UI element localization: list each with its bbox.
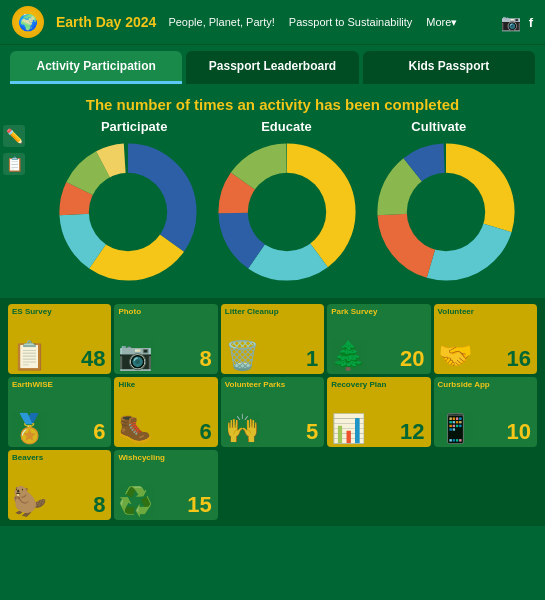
logo: 🌍 xyxy=(12,6,44,38)
activity-card: Litter Cleanup 🗑️ 1 xyxy=(221,304,324,374)
activity-card: Recovery Plan 📊 12 xyxy=(327,377,430,447)
activity-name: Hike xyxy=(118,381,135,390)
activity-count: 48 xyxy=(81,348,105,370)
activity-card: ES Survey 📋 48 xyxy=(8,304,111,374)
activity-count: 8 xyxy=(200,348,212,370)
activity-card: Volunteer Parks 🙌 5 xyxy=(221,377,324,447)
donut-educate-svg xyxy=(217,142,357,282)
donut-participate-svg xyxy=(58,142,198,282)
activity-name: Wishcycling xyxy=(118,454,165,463)
activity-name: Beavers xyxy=(12,454,43,463)
activity-count: 6 xyxy=(200,421,212,443)
activity-icon: 🏅 xyxy=(12,412,47,445)
activity-count: 5 xyxy=(306,421,318,443)
logo-icon: 🌍 xyxy=(18,13,38,32)
sidebar: ✏️ 📋 xyxy=(0,119,28,298)
activity-card: Photo 📷 8 xyxy=(114,304,217,374)
donut-educate xyxy=(217,142,357,282)
facebook-icon[interactable]: f xyxy=(529,15,533,30)
activity-name: Volunteer Parks xyxy=(225,381,285,390)
navbar: 🌍 Earth Day 2024 People, Planet, Party! … xyxy=(0,0,545,45)
activity-card: Wishcycling ♻️ 15 xyxy=(114,450,217,520)
activity-name: EarthWISE xyxy=(12,381,53,390)
activity-count: 1 xyxy=(306,348,318,370)
svg-point-21 xyxy=(406,173,484,251)
activity-card: Volunteer 🤝 16 xyxy=(434,304,537,374)
charts-section: Participate Educate Cultivate xyxy=(28,119,545,298)
activity-name: Litter Cleanup xyxy=(225,308,279,317)
activity-icon: ♻️ xyxy=(118,485,153,518)
activity-icon: 📱 xyxy=(438,412,473,445)
donut-participate xyxy=(58,142,198,282)
charts-row xyxy=(38,142,535,298)
social-icons: 📷 f xyxy=(501,13,533,32)
tab-activity-participation[interactable]: Activity Participation xyxy=(10,51,182,84)
label-cultivate: Cultivate xyxy=(363,119,515,134)
brand-name: Earth Day 2024 xyxy=(56,14,156,30)
svg-point-14 xyxy=(247,173,325,251)
activity-card: EarthWISE 🏅 6 xyxy=(8,377,111,447)
activity-count: 8 xyxy=(93,494,105,516)
activity-count: 16 xyxy=(507,348,531,370)
activity-count: 20 xyxy=(400,348,424,370)
activity-icon: 📋 xyxy=(12,339,47,372)
activity-name: Photo xyxy=(118,308,141,317)
activity-icon: 🤝 xyxy=(438,339,473,372)
activity-card: Beavers 🦫 8 xyxy=(8,450,111,520)
edit-icon[interactable]: ✏️ xyxy=(3,125,25,147)
activity-name: Park Survey xyxy=(331,308,377,317)
label-participate: Participate xyxy=(58,119,210,134)
donut-cultivate xyxy=(376,142,516,282)
activity-card: Park Survey 🌲 20 xyxy=(327,304,430,374)
activity-name: ES Survey xyxy=(12,308,52,317)
tab-passport-leaderboard[interactable]: Passport Leaderboard xyxy=(186,51,358,84)
activity-icon: 🙌 xyxy=(225,412,260,445)
main-content: ✏️ 📋 Participate Educate Cultivate xyxy=(0,119,545,298)
activity-count: 10 xyxy=(507,421,531,443)
activity-icon: 📷 xyxy=(118,339,153,372)
svg-point-7 xyxy=(88,173,166,251)
activity-count: 12 xyxy=(400,421,424,443)
nav-link-3[interactable]: More▾ xyxy=(426,16,457,29)
activity-name: Recovery Plan xyxy=(331,381,386,390)
instagram-icon[interactable]: 📷 xyxy=(501,13,521,32)
activity-icon: 🌲 xyxy=(331,339,366,372)
activity-count: 6 xyxy=(93,421,105,443)
activity-icon: 🦫 xyxy=(12,485,47,518)
activity-card: Hike 🥾 6 xyxy=(114,377,217,447)
label-educate: Educate xyxy=(210,119,362,134)
tab-kids-passport[interactable]: Kids Passport xyxy=(363,51,535,84)
donut-cultivate-svg xyxy=(376,142,516,282)
activity-name: Curbside App xyxy=(438,381,490,390)
activity-card: Curbside App 📱 10 xyxy=(434,377,537,447)
activity-icon: 🥾 xyxy=(118,412,153,445)
nav-link-1[interactable]: People, Planet, Party! xyxy=(168,16,274,29)
nav-links: People, Planet, Party! Passport to Susta… xyxy=(168,16,488,29)
activity-grid: ES Survey 📋 48 Photo 📷 8 Litter Cleanup … xyxy=(0,298,545,526)
activity-name: Volunteer xyxy=(438,308,474,317)
tabs-bar: Activity Participation Passport Leaderbo… xyxy=(0,45,545,84)
nav-link-2[interactable]: Passport to Sustainability xyxy=(289,16,413,29)
activity-count: 15 xyxy=(187,494,211,516)
activity-icon: 🗑️ xyxy=(225,339,260,372)
clipboard-icon[interactable]: 📋 xyxy=(3,153,25,175)
chart-labels: Participate Educate Cultivate xyxy=(38,119,535,134)
activity-icon: 📊 xyxy=(331,412,366,445)
section-title: The number of times an activity has been… xyxy=(0,84,545,119)
